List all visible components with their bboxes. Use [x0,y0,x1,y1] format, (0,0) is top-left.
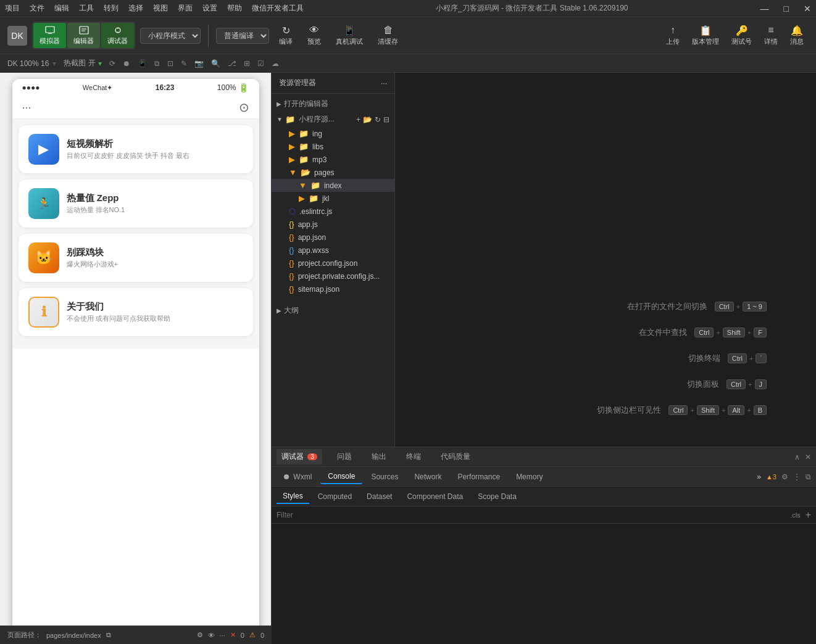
icon-checklist[interactable]: ☑ [257,59,264,68]
filter-cls-button[interactable]: .cls [790,511,801,519]
settings-icon[interactable]: ⚙ [781,473,788,481]
open-editors-section[interactable]: ▶ 打开的编辑器 [272,96,394,112]
app-card-2[interactable]: 🐱 别踩鸡块 爆火网络小游戏+ [19,234,253,282]
debug-tab-codequality[interactable]: 代码质量 [436,449,475,464]
avatar[interactable]: DK [7,26,27,46]
app-card-3[interactable]: ℹ 关于我们 不会使用 或有问题可点我获取帮助 [19,288,253,336]
mode-select[interactable]: 小程序模式 [140,28,201,44]
file-item-pages[interactable]: ▼ 📂 pages [272,166,394,179]
menu-item-interface[interactable]: 界面 [178,3,193,14]
menu-item-edit[interactable]: 编辑 [54,3,69,14]
folder-icon-mp3: ▶ [289,155,295,164]
menu-item-project[interactable]: 项目 [5,3,20,14]
file-item-libs[interactable]: ▶ 📁 libs [272,140,394,153]
collapse-all-icon[interactable]: ⊟ [383,115,389,124]
compile-select[interactable]: 普通编译 [216,28,269,44]
nav-dots[interactable]: ··· [22,101,31,114]
clearcache-button[interactable]: 🗑 清缓存 [373,22,403,49]
icon-screenshot[interactable]: 📷 [194,59,204,68]
file-explorer-more[interactable]: ··· [381,79,387,88]
icon-search[interactable]: 🔍 [211,59,220,68]
file-item-index[interactable]: ▼ 📁 index [272,179,394,192]
icon-cloud[interactable]: ☁ [272,59,279,68]
debug-tab-issues[interactable]: 问题 [332,449,357,464]
editor-btn[interactable]: 编辑器 [67,23,100,48]
devtool-tab-sources[interactable]: Sources [364,470,406,484]
close-debugger-icon[interactable]: ✕ [805,453,811,461]
debug-tab-output[interactable]: 输出 [367,449,391,464]
new-folder-icon[interactable]: 📂 [363,115,372,124]
styles-tab-styles[interactable]: Styles [277,489,309,504]
outline-section[interactable]: ▶ 大纲 [272,303,394,318]
compile-button[interactable]: ↻ 编译 [274,22,298,49]
menu-item-goto[interactable]: 转到 [104,3,119,14]
new-file-icon[interactable]: + [356,115,360,124]
file-item-eslint[interactable]: ⬡ .eslintrc.js [272,205,394,218]
debug-tab-debugger[interactable]: 调试器 3 [277,449,322,464]
icon-copy[interactable]: ⧉ [154,59,160,68]
project-section[interactable]: ▼ 📁 小程序源... + 📂 ↻ ⊟ [272,112,394,127]
bottom-settings-icon[interactable]: ⚙ [197,631,203,639]
file-item-projprivate[interactable]: {} project.private.config.js... [272,270,394,283]
devtool-tab-wxml[interactable]: Wxml [277,470,319,484]
icon-home[interactable]: ⟳ [109,59,115,68]
icon-pencil[interactable]: ✎ [181,59,187,68]
filter-add-button[interactable]: + [806,510,811,521]
menu-item-help[interactable]: 帮助 [227,3,242,14]
menu-item-view[interactable]: 视图 [153,3,168,14]
file-item-appjs[interactable]: {} app.js [272,218,394,231]
page-path-copy-icon[interactable]: ⧉ [106,631,111,639]
devtool-tab-performance[interactable]: Performance [450,470,507,484]
realtest-button[interactable]: 📱 真机调试 [331,22,368,49]
debug-btn[interactable]: 调试器 [101,23,134,48]
version-button[interactable]: 📋 版本管理 [687,22,724,49]
close-button[interactable]: ✕ [804,4,811,14]
zoom-label[interactable]: DK 100% 16 [7,59,49,68]
icon-phone[interactable]: 📱 [138,59,147,68]
file-item-appjson[interactable]: {} app.json [272,231,394,244]
icon-layers[interactable]: ⊡ [167,59,173,68]
app-card-0[interactable]: ▶ 短视频解析 目前仅可皮皮虾 皮皮搞笑 快手 抖音 最右 [19,125,253,173]
simulator-btn[interactable]: 模拟器 [33,23,66,48]
file-item-appwxss[interactable]: {} app.wxss [272,244,394,257]
hotkey-toggle[interactable]: ▾ [98,59,102,68]
menu-item-settings[interactable]: 设置 [202,3,217,14]
detail-button[interactable]: ≡ 详情 [759,22,783,49]
file-item-sitemap[interactable]: {} sitemap.json [272,283,394,295]
nav-record[interactable]: ⊙ [239,100,249,115]
bottom-eye-icon[interactable]: 👁 [208,632,215,639]
preview-button[interactable]: 👁 预览 [302,22,326,49]
more-tabs-icon[interactable]: » [757,473,761,481]
app-card-1[interactable]: 🏃 热量值 Zepp 运动热量 排名NO.1 [19,180,253,228]
testid-button[interactable]: 🔑 测试号 [726,22,757,49]
debug-tab-terminal[interactable]: 终端 [401,449,426,464]
refresh-icon[interactable]: ↻ [375,115,381,124]
maximize-button[interactable]: □ [784,4,789,14]
bottom-more-icon[interactable]: ··· [220,632,225,639]
styles-filter-input[interactable] [277,511,785,519]
file-item-ing[interactable]: ▶ 📁 ing [272,127,394,140]
devtool-tab-network[interactable]: Network [407,470,449,484]
menu-item-file[interactable]: 文件 [30,3,44,14]
styles-tab-scopedata[interactable]: Scope Data [472,490,523,503]
chevron-up-icon[interactable]: ∧ [794,453,800,461]
menu-item-tools[interactable]: 工具 [79,3,94,14]
notify-button[interactable]: 🔔 消息 [785,22,809,49]
devtool-tab-console[interactable]: Console [320,469,362,484]
icon-git[interactable]: ⎇ [228,59,236,68]
styles-tab-componentdata[interactable]: Component Data [401,490,469,503]
upload-button[interactable]: ↑ 上传 [661,22,685,49]
devtool-tab-memory[interactable]: Memory [509,470,550,484]
file-item-mp3[interactable]: ▶ 📁 mp3 [272,153,394,166]
file-item-jkl[interactable]: ▶ 📁 jkl [272,192,394,205]
minimize-button[interactable]: — [760,4,769,14]
menu-item-select[interactable]: 选择 [128,3,143,14]
file-item-projconfig[interactable]: {} project.config.json [272,257,394,270]
icon-record[interactable]: ⏺ [123,59,130,68]
menu-item-wechat[interactable]: 微信开发者工具 [252,3,304,14]
icon-grid[interactable]: ⊞ [244,59,250,68]
styles-tab-dataset[interactable]: Dataset [360,490,398,503]
more-options-icon[interactable]: ⋮ [793,473,801,481]
dock-icon[interactable]: ⧉ [806,473,811,481]
styles-tab-computed[interactable]: Computed [312,490,358,503]
